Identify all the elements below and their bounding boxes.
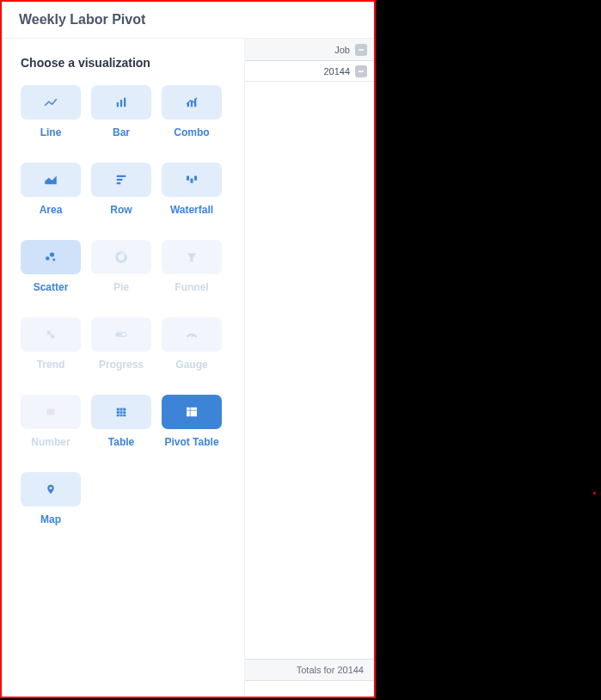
svg-rect-27 bbox=[120, 414, 123, 416]
viz-option-combo[interactable]: Combo bbox=[162, 85, 222, 138]
bar-icon bbox=[113, 95, 130, 110]
funnel-icon bbox=[183, 249, 200, 265]
content: Choose a visualization Line bbox=[2, 39, 374, 697]
combo-icon bbox=[183, 95, 200, 110]
viz-option-gauge: Gauge bbox=[162, 317, 222, 371]
svg-rect-8 bbox=[117, 182, 121, 184]
viz-option-pie: Pie bbox=[91, 240, 151, 293]
annotation-dot bbox=[593, 492, 596, 494]
pivot-totals-row: Totals for 20144 bbox=[245, 659, 374, 681]
pivot-column-header[interactable]: Job bbox=[245, 39, 374, 61]
svg-rect-28 bbox=[123, 414, 126, 416]
viz-option-trend: Trend bbox=[21, 317, 81, 371]
map-icon bbox=[42, 482, 59, 497]
svg-rect-11 bbox=[194, 176, 197, 181]
viz-label: Map bbox=[40, 513, 61, 525]
viz-label: Pie bbox=[113, 281, 129, 293]
viz-option-table[interactable]: Table bbox=[91, 395, 151, 448]
page-title: Weekly Labor Pivot bbox=[19, 12, 357, 28]
progress-icon bbox=[113, 327, 130, 342]
viz-option-number: Number bbox=[21, 395, 81, 448]
viz-option-pivot-table[interactable]: Pivot Table bbox=[162, 395, 222, 448]
viz-label: Progress bbox=[99, 359, 144, 371]
viz-label: Pivot Table bbox=[164, 436, 218, 448]
column-header-label: Job bbox=[334, 45, 350, 55]
pie-icon bbox=[113, 249, 130, 265]
collapse-icon[interactable] bbox=[355, 65, 367, 77]
svg-rect-35 bbox=[359, 71, 364, 72]
viz-label: Trend bbox=[37, 359, 65, 371]
viz-label: Area bbox=[40, 204, 63, 216]
svg-point-14 bbox=[52, 259, 55, 261]
line-icon bbox=[42, 95, 59, 110]
viz-option-row[interactable]: Row bbox=[91, 163, 151, 216]
svg-rect-22 bbox=[123, 408, 126, 411]
svg-rect-25 bbox=[123, 411, 126, 414]
svg-rect-0 bbox=[117, 102, 119, 107]
pivot-row-value: 20144 bbox=[323, 66, 350, 77]
svg-rect-2 bbox=[124, 98, 126, 107]
viz-label: Row bbox=[110, 204, 132, 216]
svg-point-12 bbox=[46, 256, 50, 261]
header: Weekly Labor Pivot bbox=[2, 2, 374, 39]
viz-option-waterfall[interactable]: Waterfall bbox=[162, 163, 222, 216]
svg-point-13 bbox=[50, 252, 54, 256]
viz-grid: Line Bar bbox=[21, 85, 227, 525]
table-icon bbox=[113, 404, 130, 420]
svg-rect-17 bbox=[117, 334, 122, 336]
svg-rect-24 bbox=[120, 411, 123, 414]
svg-rect-10 bbox=[191, 179, 193, 183]
waterfall-icon bbox=[183, 172, 200, 187]
visualization-panel: Choose a visualization Line bbox=[2, 39, 245, 697]
svg-rect-21 bbox=[120, 408, 123, 411]
row-icon bbox=[113, 172, 130, 187]
svg-rect-19 bbox=[47, 408, 55, 415]
pivot-table-icon bbox=[183, 404, 200, 420]
viz-label: Scatter bbox=[34, 281, 69, 293]
number-icon bbox=[42, 404, 59, 420]
collapse-icon[interactable] bbox=[355, 44, 367, 56]
pivot-body bbox=[245, 82, 374, 659]
viz-label: Combo bbox=[174, 126, 209, 138]
svg-rect-31 bbox=[187, 411, 190, 417]
svg-rect-26 bbox=[117, 414, 120, 416]
pivot-preview: Job 20144 Totals for 20144 bbox=[245, 39, 374, 697]
svg-rect-9 bbox=[187, 176, 189, 181]
viz-option-map[interactable]: Map bbox=[21, 472, 81, 525]
svg-rect-1 bbox=[120, 100, 122, 107]
svg-rect-7 bbox=[117, 179, 123, 181]
totals-label: Totals for 20144 bbox=[297, 665, 364, 675]
svg-point-33 bbox=[50, 487, 52, 489]
svg-rect-34 bbox=[359, 49, 364, 51]
viz-option-bar[interactable]: Bar bbox=[91, 85, 151, 138]
viz-label: Table bbox=[108, 436, 134, 448]
svg-rect-30 bbox=[191, 408, 198, 410]
viz-option-funnel: Funnel bbox=[162, 240, 222, 293]
trend-icon bbox=[42, 327, 59, 342]
viz-label: Line bbox=[40, 126, 62, 138]
area-icon bbox=[42, 172, 59, 187]
app-frame: Weekly Labor Pivot Choose a visualizatio… bbox=[0, 0, 376, 698]
svg-rect-23 bbox=[117, 411, 120, 414]
svg-rect-6 bbox=[117, 175, 126, 177]
viz-option-line[interactable]: Line bbox=[21, 85, 81, 138]
gauge-icon bbox=[183, 327, 200, 342]
viz-section-title: Choose a visualization bbox=[21, 56, 227, 70]
pivot-row[interactable]: 20144 bbox=[245, 61, 374, 82]
viz-option-scatter[interactable]: Scatter bbox=[21, 240, 81, 293]
scatter-icon bbox=[42, 249, 59, 265]
viz-label: Waterfall bbox=[170, 204, 213, 216]
svg-rect-32 bbox=[191, 411, 198, 417]
viz-label: Number bbox=[31, 436, 70, 448]
svg-rect-20 bbox=[117, 408, 120, 411]
viz-label: Gauge bbox=[175, 359, 207, 371]
svg-rect-29 bbox=[187, 408, 190, 410]
viz-option-progress: Progress bbox=[91, 317, 151, 371]
viz-label: Funnel bbox=[175, 281, 208, 293]
viz-option-area[interactable]: Area bbox=[21, 163, 81, 216]
footer-gap bbox=[245, 681, 374, 697]
viz-label: Bar bbox=[113, 126, 130, 138]
